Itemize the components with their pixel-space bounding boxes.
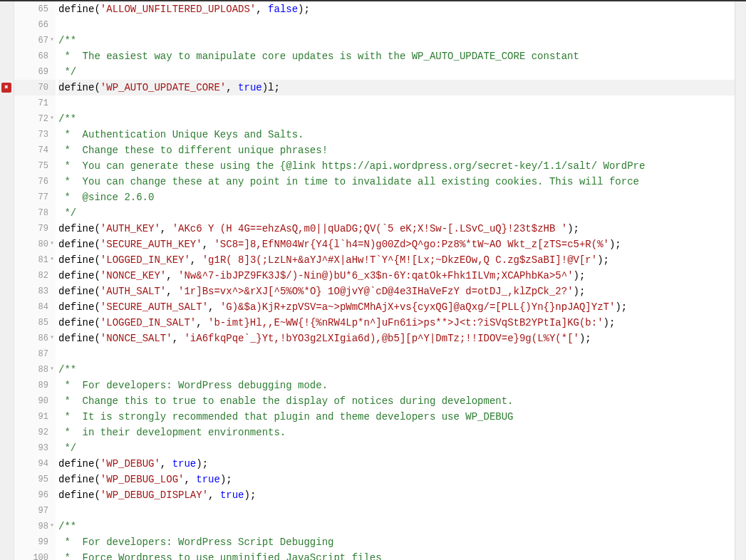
code-line[interactable]: define('AUTH_SALT', '1r]Bs=vx^>&rXJ[^5%O… [58, 284, 735, 299]
fold-caret-icon[interactable]: ▾ [50, 522, 54, 529]
line-number[interactable]: 76 [14, 174, 56, 190]
line-number[interactable]: 75 [14, 158, 56, 174]
line-number-label: 72 [38, 111, 48, 127]
code-line[interactable]: define('NONCE_SALT', 'iA6fkqPqe`_}Yt,!bY… [58, 331, 735, 346]
code-token: * Change these to different unique phras… [58, 145, 328, 156]
line-number[interactable]: 78 [14, 205, 56, 221]
code-line[interactable]: */ [58, 205, 735, 221]
line-number[interactable]: 98▾ [14, 519, 56, 534]
line-number[interactable]: 81▾ [14, 252, 56, 268]
code-line[interactable]: * For developers: WordPress debugging mo… [58, 378, 735, 393]
line-number[interactable]: 77 [14, 190, 56, 205]
code-line[interactable]: * Change this to true to enable the disp… [58, 393, 735, 409]
code-line[interactable] [58, 346, 735, 362]
vertical-scrollbar[interactable] [735, 1, 746, 560]
line-number[interactable]: 80▾ [14, 237, 56, 252]
line-number[interactable]: 70 [14, 80, 56, 95]
code-line[interactable] [58, 95, 735, 111]
code-line[interactable]: define('SECURE_AUTH_SALT', 'G)&$a)KjR+zp… [58, 299, 735, 315]
line-number[interactable]: 95 [14, 472, 56, 487]
line-number[interactable]: 97 [14, 503, 56, 519]
line-number[interactable]: 85 [14, 315, 56, 331]
line-number[interactable]: 72▾ [14, 111, 56, 127]
line-number-label: 84 [38, 299, 48, 315]
code-line[interactable]: define('WP_DEBUG_DISPLAY', true); [58, 487, 735, 503]
line-number[interactable]: 71 [14, 95, 56, 111]
code-line[interactable] [58, 17, 735, 33]
line-number[interactable]: 79 [14, 221, 56, 237]
fold-caret-icon[interactable]: ▾ [50, 334, 54, 341]
code-token: ( [94, 458, 100, 470]
code-editor[interactable]: 656667▾6869707172▾7374757677787980▾81▾82… [0, 0, 746, 560]
code-line[interactable]: * @since 2.6.0 [58, 190, 735, 205]
fold-caret-icon[interactable]: ▾ [50, 36, 54, 43]
code-line[interactable]: * Authentication Unique Keys and Salts. [58, 127, 735, 142]
code-line[interactable]: define('AUTH_KEY', 'AKc6 Y (H 4G==ehzAsQ… [58, 221, 735, 237]
code-token: 'ALLOW_UNFILTERED_UPLOADS' [100, 4, 256, 15]
code-token: 'WP_DEBUG_LOG' [100, 474, 185, 485]
code-line[interactable]: /** [58, 519, 735, 534]
code-line[interactable]: * in their development environments. [58, 425, 735, 440]
code-line[interactable]: */ [58, 64, 735, 80]
line-number[interactable]: 96 [14, 487, 56, 503]
fold-caret-icon[interactable]: ▾ [50, 365, 54, 373]
code-line[interactable]: define('LOGGED_IN_SALT', 'b-imt}Hl,,E~WW… [58, 315, 735, 331]
line-number[interactable]: 87 [14, 346, 56, 362]
line-number[interactable]: 91 [14, 409, 56, 425]
code-line[interactable]: define('NONCE_KEY', 'Nw&^7-ibJPZ9FK3J$/)… [58, 268, 735, 284]
code-token: 'WP_AUTO_UPDATE_CORE' [100, 82, 226, 93]
line-number[interactable]: 88▾ [14, 362, 56, 378]
line-number[interactable]: 65 [14, 1, 56, 17]
code-line[interactable]: * You can generate these using the {@lin… [58, 158, 735, 174]
code-line[interactable]: define('LOGGED_IN_KEY', 'g1R( 8]3(;LzLN+… [58, 252, 735, 268]
line-number[interactable]: 84 [14, 299, 56, 315]
line-number[interactable]: 93 [14, 440, 56, 456]
line-number-gutter[interactable]: 656667▾6869707172▾7374757677787980▾81▾82… [14, 1, 56, 560]
line-number[interactable]: 74 [14, 142, 56, 158]
code-token: ); [574, 270, 586, 281]
code-line[interactable]: * It is strongly recommended that plugin… [58, 409, 735, 425]
fold-caret-icon[interactable]: ▾ [50, 240, 54, 247]
code-line[interactable]: * Change these to different unique phras… [58, 142, 735, 158]
code-line[interactable]: define('WP_AUTO_UPDATE_CORE', true)l; [58, 80, 735, 95]
line-number[interactable]: 83 [14, 284, 56, 299]
code-token: define [58, 223, 94, 234]
line-number[interactable]: 94 [14, 456, 56, 472]
code-line[interactable]: */ [58, 440, 735, 456]
code-line[interactable]: * For developers: WordPress Script Debug… [58, 534, 735, 550]
code-line[interactable]: define('WP_DEBUG', true); [58, 456, 735, 472]
code-line[interactable] [58, 503, 735, 519]
fold-caret-icon[interactable]: ▾ [50, 115, 54, 122]
line-number[interactable]: 69 [14, 64, 56, 80]
line-number-label: 74 [38, 142, 48, 158]
line-number[interactable]: 73 [14, 127, 56, 142]
line-number[interactable]: 67▾ [14, 33, 56, 48]
code-line[interactable]: define('WP_DEBUG_LOG', true); [58, 472, 735, 487]
code-line[interactable]: define('ALLOW_UNFILTERED_UPLOADS', false… [58, 1, 735, 17]
code-line[interactable]: /** [58, 33, 735, 48]
line-number[interactable]: 89 [14, 378, 56, 393]
line-number[interactable]: 100 [14, 550, 56, 560]
code-token: ( [94, 254, 100, 266]
line-number[interactable]: 86▾ [14, 331, 56, 346]
code-line[interactable]: define('SECURE_AUTH_KEY', 'SC8=]8,EfNM04… [58, 237, 735, 252]
error-icon[interactable] [1, 83, 11, 93]
line-number[interactable]: 82 [14, 268, 56, 284]
code-token: 'AKc6 Y (H 4G==ehzAsQ,m0||qUaDG;QV(`5 eK… [172, 223, 568, 234]
code-line[interactable]: /** [58, 362, 735, 378]
code-token: */ [58, 207, 76, 219]
line-number[interactable]: 92 [14, 425, 56, 440]
code-token: * For developers: WordPress Script Debug… [58, 536, 333, 548]
code-line[interactable]: /** [58, 111, 735, 127]
code-line[interactable]: * Force Wordpress to use unminified Java… [58, 550, 735, 560]
line-number[interactable]: 68 [14, 48, 56, 64]
code-line[interactable]: * The easiest way to manipulate core upd… [58, 48, 735, 64]
code-token: '1r]Bs=vx^>&rXJ[^5%O%*O} 1O@jvY@`cD@4e3I… [178, 286, 574, 297]
code-token: ); [603, 317, 616, 328]
line-number[interactable]: 99 [14, 534, 56, 550]
line-number[interactable]: 90 [14, 393, 56, 409]
line-number[interactable]: 66 [14, 17, 56, 33]
code-line[interactable]: * You can change these at any point in t… [58, 174, 735, 190]
code-area[interactable]: define('ALLOW_UNFILTERED_UPLOADS', false… [56, 1, 735, 560]
fold-caret-icon[interactable]: ▾ [50, 256, 54, 263]
